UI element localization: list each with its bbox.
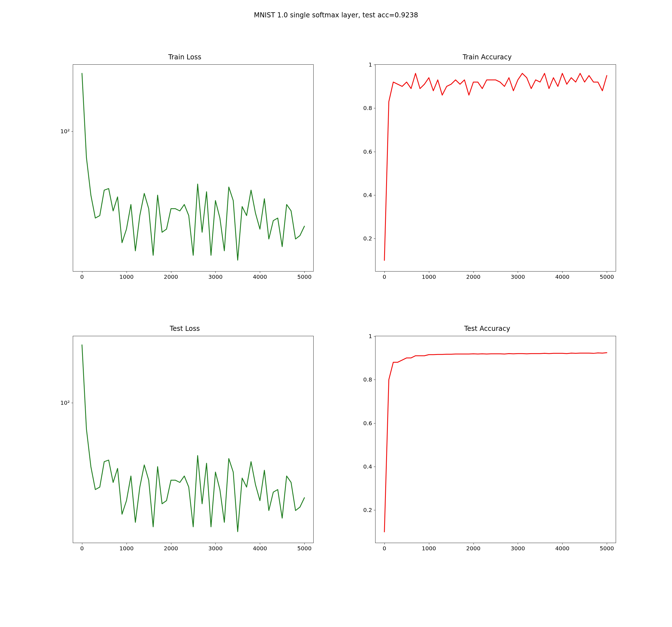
x-tick-mark <box>562 271 562 273</box>
x-tick-mark <box>562 543 562 545</box>
y-tick-mark <box>374 510 376 510</box>
y-tick-mark <box>374 380 376 380</box>
x-tick-mark <box>215 543 216 545</box>
x-tick-mark <box>607 271 607 273</box>
x-tick-mark <box>215 271 216 273</box>
x-tick-label: 3000 <box>208 545 223 552</box>
x-tick-label: 4000 <box>253 545 267 552</box>
x-tick-label: 1000 <box>119 545 134 552</box>
panel-train-loss: Train Loss 01000200030004000500010² <box>50 56 319 288</box>
x-tick-label: 3000 <box>511 545 525 552</box>
x-tick-label: 4000 <box>555 545 570 552</box>
y-tick-mark <box>374 195 376 195</box>
data-line <box>384 353 607 532</box>
y-tick-label: 0.8 <box>363 376 372 383</box>
panel-title: Test Loss <box>50 325 319 333</box>
panel-title: Train Accuracy <box>353 53 622 61</box>
x-tick-mark <box>260 543 260 545</box>
x-tick-label: 5000 <box>600 545 614 552</box>
x-tick-mark <box>126 271 127 273</box>
x-tick-mark <box>126 543 127 545</box>
y-tick-label: 10² <box>61 128 70 135</box>
x-tick-label: 2000 <box>164 545 178 552</box>
figure-suptitle: MNIST 1.0 single softmax layer, test acc… <box>0 11 672 19</box>
y-tick-label: 0.6 <box>363 148 372 155</box>
x-tick-label: 5000 <box>600 273 614 280</box>
x-tick-label: 1000 <box>422 545 436 552</box>
plot-area-train-loss: 01000200030004000500010² <box>73 64 314 271</box>
panel-train-acc: Train Accuracy 0100020003000400050000.20… <box>353 56 622 288</box>
x-tick-mark <box>474 543 474 545</box>
y-tick-mark <box>374 423 376 424</box>
y-tick-mark <box>374 152 376 152</box>
plot-area-test-loss: 01000200030004000500010² <box>73 336 314 543</box>
y-tick-label: 0.6 <box>363 420 372 427</box>
y-tick-mark <box>374 466 376 467</box>
plot-svg <box>73 65 313 271</box>
y-tick-label: 10² <box>61 400 70 406</box>
x-tick-mark <box>474 271 474 273</box>
x-tick-label: 0 <box>383 273 386 280</box>
panel-title: Train Loss <box>50 53 319 61</box>
plot-svg <box>376 65 616 271</box>
plot-svg <box>376 336 616 543</box>
x-tick-mark <box>429 543 429 545</box>
x-tick-label: 2000 <box>466 545 480 552</box>
x-tick-mark <box>304 271 305 273</box>
y-tick-label: 1 <box>368 333 372 340</box>
x-tick-label: 0 <box>80 545 84 552</box>
data-line <box>82 73 304 260</box>
plot-area-test-acc: 0100020003000400050000.20.40.60.81 <box>375 336 616 543</box>
x-tick-label: 0 <box>80 273 84 280</box>
x-tick-mark <box>171 271 171 273</box>
y-tick-label: 1 <box>368 61 372 68</box>
figure: MNIST 1.0 single softmax layer, test acc… <box>0 0 672 627</box>
y-tick-label: 0.4 <box>363 192 372 198</box>
x-tick-label: 5000 <box>297 273 312 280</box>
y-tick-label: 0.2 <box>363 235 372 242</box>
x-tick-label: 3000 <box>208 273 223 280</box>
y-tick-mark <box>71 131 73 131</box>
x-tick-label: 1000 <box>422 273 436 280</box>
x-tick-label: 5000 <box>297 545 312 552</box>
x-tick-label: 3000 <box>511 273 525 280</box>
x-tick-mark <box>171 543 171 545</box>
x-tick-mark <box>82 271 82 273</box>
x-tick-label: 2000 <box>466 273 480 280</box>
panel-title: Test Accuracy <box>353 325 622 333</box>
data-line <box>82 345 304 532</box>
y-tick-label: 0.4 <box>363 463 372 470</box>
x-tick-label: 4000 <box>253 273 267 280</box>
data-line <box>384 73 607 260</box>
x-tick-mark <box>82 543 82 545</box>
plot-svg <box>73 336 313 543</box>
x-tick-label: 4000 <box>555 273 570 280</box>
x-tick-label: 2000 <box>164 273 178 280</box>
panel-test-acc: Test Accuracy 0100020003000400050000.20.… <box>353 328 622 560</box>
x-tick-label: 0 <box>383 545 386 552</box>
x-tick-label: 1000 <box>119 273 134 280</box>
x-tick-mark <box>429 271 429 273</box>
y-tick-mark <box>374 65 376 65</box>
x-tick-mark <box>607 543 607 545</box>
x-tick-mark <box>304 543 305 545</box>
y-tick-label: 0.8 <box>363 105 372 112</box>
x-tick-mark <box>384 543 385 545</box>
y-tick-label: 0.2 <box>363 507 372 513</box>
plot-area-train-acc: 0100020003000400050000.20.40.60.81 <box>375 64 616 271</box>
x-tick-mark <box>384 271 385 273</box>
x-tick-mark <box>260 271 260 273</box>
panel-test-loss: Test Loss 01000200030004000500010² <box>50 328 319 560</box>
subplot-grid: Train Loss 01000200030004000500010² Trai… <box>50 56 622 560</box>
